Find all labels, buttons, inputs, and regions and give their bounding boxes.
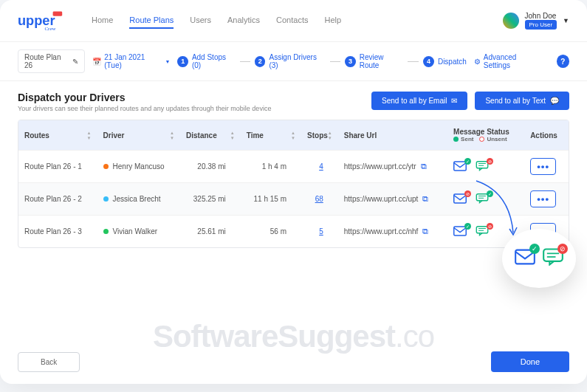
driver-name: Vivian Walker bbox=[113, 227, 158, 235]
share-url: https://www.uprt.cc/ytr bbox=[344, 162, 416, 171]
avatar bbox=[503, 13, 519, 29]
row-actions-button[interactable]: ••• bbox=[530, 190, 556, 207]
sort-icon: ▲▼ bbox=[87, 131, 92, 140]
col-routes[interactable]: Routes▲▼ bbox=[18, 120, 97, 151]
step-number: 2 bbox=[255, 56, 265, 67]
user-menu[interactable]: John Doe Pro User ▼ bbox=[503, 12, 569, 30]
route-cell: Route Plan 26 - 1 bbox=[18, 151, 97, 183]
logo[interactable]: upperCrew bbox=[18, 9, 69, 32]
stops-link[interactable]: 68 bbox=[315, 195, 323, 203]
copy-icon[interactable]: ⧉ bbox=[422, 227, 428, 236]
send-text-label: Send to all by Text bbox=[485, 97, 546, 105]
step-divider bbox=[330, 61, 340, 62]
step-divider bbox=[240, 61, 250, 62]
date-selector[interactable]: 📅 21 Jan 2021 (Tue) ▼ bbox=[92, 53, 170, 69]
actions-cell: ••• bbox=[524, 183, 569, 216]
nav-help[interactable]: Help bbox=[324, 13, 341, 29]
driver-cell: Jessica Brecht bbox=[97, 183, 180, 216]
step-number: 1 bbox=[177, 56, 188, 67]
email-status-icon[interactable]: ✓ bbox=[453, 226, 468, 238]
share-cell: https://www.uprt.cc/ytr⧉ bbox=[338, 151, 447, 183]
actions-cell: ••• bbox=[524, 151, 569, 183]
step-divider bbox=[408, 61, 418, 62]
driver-name: Henry Mancuso bbox=[113, 162, 165, 171]
nav-analytics[interactable]: Analytics bbox=[227, 13, 260, 29]
nav-contacts[interactable]: Contacts bbox=[276, 13, 308, 29]
plan-name: Route Plan 26 bbox=[24, 53, 69, 69]
step-3[interactable]: 3Review Route bbox=[345, 53, 403, 69]
send-text-button[interactable]: Send to all by Text 💬 bbox=[475, 92, 569, 110]
route-cell: Route Plan 26 - 2 bbox=[18, 183, 97, 216]
svg-rect-2 bbox=[53, 11, 63, 16]
distance-cell: 25.61 mi bbox=[180, 216, 241, 248]
watermark: SoftwareSuggest.co bbox=[153, 319, 434, 354]
nav-route-plans[interactable]: Route Plans bbox=[129, 13, 174, 29]
share-cell: https://www.uprt.cc/upt⧉ bbox=[338, 183, 447, 216]
sent-badge: ✓ bbox=[464, 158, 471, 165]
col-time[interactable]: Time▲▼ bbox=[241, 120, 301, 151]
svg-text:Crew: Crew bbox=[44, 26, 56, 31]
callout-arrow bbox=[473, 177, 524, 244]
sort-icon: ▲▼ bbox=[328, 131, 332, 140]
chat-icon: 💬 bbox=[550, 97, 559, 105]
plan-selector[interactable]: Route Plan 26 ✎ bbox=[18, 49, 85, 73]
nav-users[interactable]: Users bbox=[190, 13, 211, 29]
row-actions-button[interactable]: ••• bbox=[530, 158, 556, 175]
stops-cell: 5 bbox=[301, 216, 338, 248]
stops-link[interactable]: 5 bbox=[319, 227, 323, 235]
help-button[interactable]: ? bbox=[557, 55, 569, 68]
chevron-down-icon: ▼ bbox=[165, 59, 171, 64]
app-header: upperCrew HomeRoute PlansUsersAnalyticsC… bbox=[0, 0, 587, 42]
col-distance[interactable]: Distance▲▼ bbox=[180, 120, 241, 151]
time-cell: 11 h 15 m bbox=[241, 183, 301, 216]
sent-badge: ✓ bbox=[464, 223, 471, 230]
unsent-badge: ⊘ bbox=[487, 158, 493, 165]
page-title-row: Dispatch your Drivers Your drivers can s… bbox=[0, 81, 587, 120]
sort-icon: ▲▼ bbox=[291, 131, 295, 140]
tier-badge: Pro User bbox=[525, 20, 557, 30]
col-actions: Actions bbox=[524, 120, 569, 151]
col-share-url: Share Url bbox=[338, 120, 447, 151]
email-status-icon[interactable]: ⊘ bbox=[453, 193, 468, 205]
date-text: 21 Jan 2021 (Tue) bbox=[104, 53, 162, 69]
distance-cell: 20.38 mi bbox=[180, 151, 241, 183]
text-unsent-icon: ⊘ bbox=[543, 248, 563, 269]
text-status-icon[interactable]: ⊘ bbox=[476, 161, 490, 173]
route-cell: Route Plan 26 - 3 bbox=[18, 216, 97, 248]
step-4[interactable]: 4Dispatch bbox=[423, 56, 467, 67]
unsent-badge: ⊘ bbox=[464, 190, 471, 197]
step-1[interactable]: 1Add Stops (0) bbox=[177, 53, 235, 69]
step-2[interactable]: 2Assign Drivers (3) bbox=[255, 53, 326, 69]
page-title: Dispatch your Drivers bbox=[18, 92, 271, 103]
copy-icon[interactable]: ⧉ bbox=[421, 162, 427, 171]
sort-icon: ▲▼ bbox=[170, 131, 174, 140]
email-icon: ✉ bbox=[451, 97, 457, 105]
send-email-button[interactable]: Send to all by Email ✉ bbox=[371, 92, 467, 110]
step-number: 4 bbox=[423, 56, 434, 67]
sort-icon: ▲▼ bbox=[230, 131, 235, 140]
email-sent-icon: ✓ bbox=[515, 248, 535, 269]
col-driver[interactable]: Driver▲▼ bbox=[97, 120, 180, 151]
status-callout: ✓ ⊘ bbox=[502, 229, 576, 288]
stops-link[interactable]: 4 bbox=[319, 162, 323, 171]
advanced-settings-link[interactable]: ⚙ Advanced Settings bbox=[474, 53, 543, 69]
col-message-status: Message StatusSentUnsent bbox=[447, 120, 524, 151]
done-button[interactable]: Done bbox=[491, 351, 569, 372]
share-url: https://www.uprt.cc/upt bbox=[344, 195, 419, 203]
nav-home[interactable]: Home bbox=[92, 13, 113, 29]
email-status-icon[interactable]: ✓ bbox=[453, 161, 468, 173]
col-stops[interactable]: Stops▲▼ bbox=[301, 120, 338, 151]
copy-icon[interactable]: ⧉ bbox=[422, 194, 428, 204]
distance-cell: 325.25 mi bbox=[180, 183, 241, 216]
time-cell: 1 h 4 m bbox=[241, 151, 301, 183]
stops-cell: 4 bbox=[301, 151, 338, 183]
status-legend: SentUnsent bbox=[453, 136, 518, 142]
advanced-settings-label: Advanced Settings bbox=[484, 53, 543, 69]
driver-cell: Vivian Walker bbox=[97, 216, 180, 248]
back-button[interactable]: Back bbox=[18, 352, 80, 372]
share-url: https://www.uprt.cc/nhf bbox=[344, 227, 419, 235]
driver-name: Jessica Brecht bbox=[113, 195, 161, 203]
plan-toolbar: Route Plan 26 ✎ 📅 21 Jan 2021 (Tue) ▼ 1A… bbox=[0, 42, 587, 81]
page-subtitle: Your drivers can see their planned route… bbox=[18, 105, 271, 112]
step-number: 3 bbox=[345, 56, 355, 67]
